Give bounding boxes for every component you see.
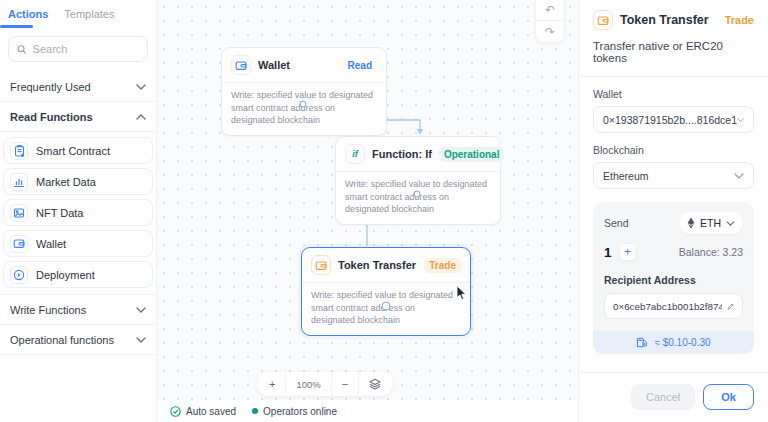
increase-amount-button[interactable]: + [619, 243, 637, 261]
balance-label: Balance: 3.23 [679, 246, 743, 258]
recipient-field-label: Recipient Address [604, 274, 743, 286]
node-token-transfer[interactable]: Token Transfer Trade Write: specified va… [301, 247, 471, 336]
section-label: Frequently Used [10, 81, 91, 93]
zoom-in-button[interactable]: + [259, 372, 285, 396]
sidebar-item-smart-contract[interactable]: Smart Contract [3, 137, 153, 164]
chevron-down-icon [737, 117, 744, 123]
divider [579, 76, 768, 77]
autosave-status: Auto saved [170, 406, 236, 417]
sidebar-item-market-data[interactable]: Market Data [3, 168, 153, 195]
gas-fee-bar: ≈ $0.10-0.30 [593, 331, 754, 354]
sidebar-item-label: Market Data [36, 176, 96, 188]
sidebar-item-label: Smart Contract [36, 145, 110, 157]
contract-icon [10, 142, 28, 160]
gas-fee-value: ≈ $0.10-0.30 [654, 337, 710, 348]
node-badge-trade: Trade [424, 258, 461, 273]
status-bar: Auto saved Operators online [157, 400, 578, 422]
amount-value[interactable]: 1 [604, 245, 612, 260]
sidebar-item-label: NFT Data [36, 207, 83, 219]
workflow-canvas-column: ↶ ↷ Wallet Read Write: specified value t… [157, 0, 578, 422]
node-title: Function: If [372, 148, 432, 160]
sidebar-item-label: Deployment [36, 269, 95, 281]
undo-button[interactable]: ↶ [536, 0, 564, 21]
blockchain-field-label: Blockchain [593, 144, 754, 156]
sidebar-item-nft-data[interactable]: NFT Data [3, 199, 153, 226]
currency-label: ETH [700, 217, 721, 229]
node-output-port[interactable] [382, 302, 391, 311]
tab-templates[interactable]: Templates [64, 8, 114, 28]
section-label: Write Functions [10, 304, 86, 316]
operators-status: Operators online [252, 406, 337, 417]
panel-header: Token Transfer Trade [593, 10, 754, 30]
sidebar-item-label: Wallet [36, 238, 66, 250]
ethereum-icon [687, 217, 695, 229]
section-label: Operational functions [10, 334, 114, 346]
if-icon: if [345, 144, 365, 164]
redo-icon: ↷ [545, 25, 555, 39]
undo-icon: ↶ [545, 3, 555, 17]
sidebar-section-operational-functions[interactable]: Operational functions [0, 325, 156, 355]
node-header: if Function: If Operational [336, 137, 500, 172]
wallet-transfer-icon [311, 255, 331, 275]
sidebar-item-wallet[interactable]: Wallet [3, 230, 153, 257]
send-label: Send [604, 217, 629, 229]
cancel-button[interactable]: Cancel [631, 384, 695, 410]
bar-chart-icon [10, 173, 28, 191]
wallet-transfer-icon [593, 10, 613, 30]
node-wallet[interactable]: Wallet Read Write: specified value to de… [221, 47, 387, 136]
section-label: Read Functions [10, 111, 93, 123]
send-card: Send ETH 1 + Balance: 3.23 Recipient Add… [593, 202, 754, 354]
workflow-canvas[interactable]: ↶ ↷ Wallet Read Write: specified value t… [157, 0, 578, 400]
sidebar-section-frequently-used[interactable]: Frequently Used [0, 72, 156, 102]
chevron-down-icon [136, 337, 146, 343]
panel-subtitle: Transfer native or ERC20 tokens [593, 40, 754, 64]
search-icon [17, 44, 27, 55]
node-function-if[interactable]: if Function: If Operational Write: speci… [335, 136, 501, 225]
currency-select[interactable]: ETH [679, 212, 743, 234]
edit-pencil-icon[interactable] [727, 301, 734, 312]
search-box[interactable] [8, 36, 148, 62]
send-row: Send ETH [604, 212, 743, 234]
recipient-address-value: 0×6ceb7abc1b001b2f874185ac493... [613, 301, 722, 312]
nft-icon [10, 204, 28, 222]
redo-button[interactable]: ↷ [536, 21, 564, 42]
chevron-down-icon [136, 307, 146, 313]
node-output-port[interactable] [414, 191, 421, 198]
wallet-select-value: 0×193871915b2b....816dce1 [603, 114, 737, 126]
layers-button[interactable] [358, 372, 391, 396]
mouse-cursor [456, 286, 467, 301]
sidebar-section-read-functions[interactable]: Read Functions [0, 102, 156, 132]
read-functions-list: Smart Contract Market Data NFT Data Wall… [0, 132, 156, 295]
recipient-address-input[interactable]: 0×6ceb7abc1b001b2f874185ac493... [604, 293, 743, 319]
zoom-toolbar: + 100% − [257, 372, 393, 396]
send-card-body: Send ETH 1 + Balance: 3.23 Recipient Add… [593, 202, 754, 331]
blockchain-select[interactable]: Ethereum [593, 162, 754, 189]
operators-label: Operators online [263, 406, 337, 417]
chevron-up-icon [136, 114, 146, 120]
panel-actions: Cancel Ok [593, 373, 754, 410]
app-window: Actions Templates Frequently Used Read F… [0, 0, 768, 422]
node-output-port[interactable] [300, 101, 307, 108]
sidebar-item-deployment[interactable]: Deployment [3, 261, 153, 288]
sidebar-tabs: Actions Templates [0, 0, 156, 28]
wallet-icon [231, 55, 251, 75]
node-title: Wallet [258, 59, 336, 71]
token-transfer-panel: Token Transfer Trade Transfer native or … [578, 0, 768, 422]
wallet-select[interactable]: 0×193871915b2b....816dce1 [593, 106, 754, 133]
gas-fee-icon [636, 337, 648, 348]
actions-sidebar: Actions Templates Frequently Used Read F… [0, 0, 157, 422]
sidebar-section-write-functions[interactable]: Write Functions [0, 295, 156, 325]
blockchain-select-value: Ethereum [603, 170, 649, 182]
chevron-down-icon [726, 221, 735, 226]
amount-row: 1 + Balance: 3.23 [604, 243, 743, 261]
ok-button[interactable]: Ok [703, 384, 754, 410]
node-header: Wallet Read [222, 48, 386, 83]
zoom-level: 100% [285, 372, 330, 396]
wallet-field-label: Wallet [593, 88, 754, 100]
node-title: Token Transfer [338, 259, 417, 271]
zoom-out-button[interactable]: − [331, 372, 358, 396]
chevron-down-icon [136, 84, 146, 90]
panel-badge-trade: Trade [725, 14, 754, 26]
search-input[interactable] [33, 43, 139, 55]
node-badge-operational: Operational [439, 147, 505, 162]
